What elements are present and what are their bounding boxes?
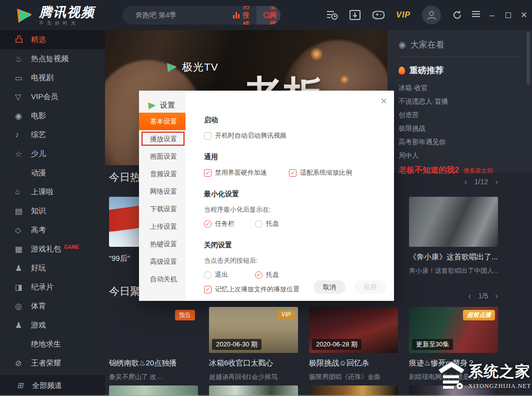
video-thumbnail: VIP 2020-06-30 期 xyxy=(209,307,298,353)
game-center-icon[interactable] xyxy=(372,10,385,21)
chevron-left-icon[interactable]: ‹ xyxy=(468,291,472,300)
setting-control[interactable]: ✓ 适配系统缩放比例 xyxy=(289,168,374,177)
settings-tab[interactable]: 自动关机 xyxy=(139,270,186,288)
vip-label[interactable]: VIP xyxy=(396,11,410,20)
settings-tab[interactable]: 播放设置 xyxy=(139,130,186,148)
settings-tab[interactable]: 下载设置 xyxy=(139,200,186,218)
chevron-left-icon[interactable]: ‹ xyxy=(464,177,468,186)
sidebar-item-label: 游戏 xyxy=(31,320,46,330)
maximize-button[interactable] xyxy=(500,10,516,21)
sidebar-item-icon: ♪ xyxy=(15,130,31,139)
recommend-item[interactable]: 不说谎恋人·首播 xyxy=(398,95,521,108)
setting-control[interactable]: ✓ 托盘 xyxy=(255,219,306,228)
sidebar-item[interactable]: ◇ 高考 xyxy=(0,220,105,239)
search-input[interactable] xyxy=(122,12,226,20)
sidebar-item[interactable]: ♪ 综艺 xyxy=(0,125,105,144)
sidebar-item[interactable]: 动漫 xyxy=(0,163,105,182)
video-thumbnail[interactable] xyxy=(409,385,498,396)
settings-section-heading: 通用 xyxy=(204,153,394,162)
settings-tab[interactable]: 网络设置 xyxy=(139,183,186,200)
episode-label: 更新至30集 xyxy=(412,339,453,350)
sidebar-item-label: 上课啦 xyxy=(31,187,54,197)
cancel-button[interactable]: 取消 xyxy=(314,280,346,294)
setting-control[interactable]: ✓ 禁用界面硬件加速 xyxy=(204,168,289,177)
sidebar-item-label: 电视剧 xyxy=(31,73,54,83)
settings-tab[interactable]: 上传设置 xyxy=(139,218,186,235)
settings-section-heading: 启动 xyxy=(204,116,394,125)
control-state-icon: ✓ xyxy=(204,271,212,279)
scrollbar[interactable] xyxy=(526,30,530,396)
sidebar-item-all-channels[interactable]: ⊞ 全部频道 xyxy=(0,374,105,396)
recommend-item[interactable]: 创造营 xyxy=(398,108,521,122)
sidebar-item[interactable]: ⌂ 上课啦 xyxy=(0,182,105,201)
chevron-right-icon[interactable]: › xyxy=(495,177,498,186)
settings-tab[interactable]: 热键设置 xyxy=(139,235,186,253)
close-button[interactable]: × xyxy=(516,9,532,22)
settings-tab[interactable]: 音频设置 xyxy=(139,165,186,183)
settings-tab[interactable]: 高级设置 xyxy=(139,253,186,270)
sidebar-item[interactable]: ♟ 好玩 xyxy=(0,258,105,277)
sidebar-item-label: 绝地求生 xyxy=(31,339,61,349)
video-card-subtitle: 极限男团唱《还珠》金曲 xyxy=(309,372,398,381)
video-thumbnail[interactable] xyxy=(109,385,198,396)
sidebar-item[interactable]: ▭ 电视剧 xyxy=(0,68,105,87)
sidebar-item[interactable]: 凸 精选 xyxy=(0,30,105,49)
hot-search-button[interactable]: 热搜榜 xyxy=(226,6,256,25)
settings-section-heading: 最小化设置 xyxy=(204,190,394,199)
sidebar-item-icon: ▤ xyxy=(15,206,31,216)
video-thumbnail[interactable] xyxy=(209,385,298,396)
sidebar-item[interactable]: ☆ 少儿 xyxy=(0,144,105,163)
sidebar-item[interactable]: ◎ 体育 xyxy=(0,296,105,315)
sidebar-item[interactable]: ▦ 游戏礼包 GAME xyxy=(0,239,105,258)
sidebar-item[interactable]: ◉ 电影 xyxy=(0,106,105,125)
sidebar-item[interactable]: ▽ VIP会员 xyxy=(0,87,105,106)
app-tagline: 不负好时光 xyxy=(39,20,95,27)
control-state-icon: ✓ xyxy=(255,271,262,279)
apply-button[interactable]: 应用 xyxy=(354,280,386,294)
video-thumbnail[interactable] xyxy=(309,385,398,396)
setting-control[interactable]: ✓ 任务栏 xyxy=(204,219,255,228)
sidebar-item[interactable]: ♟ 游戏 xyxy=(0,315,105,334)
sidebar-item[interactable]: ♨ 热点短视频 xyxy=(0,49,105,68)
menu-icon[interactable] xyxy=(468,10,484,21)
search-bar[interactable]: 热搜榜 全网搜 xyxy=(122,6,280,25)
settings-tab-column: 设置 基本设置播放设置画面设置音频设置网络设置下载设置上传设置热键设置高级设置自… xyxy=(139,91,186,301)
sidebar-item[interactable]: 绝地求生 xyxy=(0,334,105,353)
chevron-right-icon[interactable]: › xyxy=(495,291,498,300)
refresh-icon[interactable] xyxy=(452,10,462,20)
sidebar-item[interactable]: ◨ 纪录片 xyxy=(0,277,105,296)
sidebar-item[interactable]: ▤ 知识 xyxy=(0,201,105,220)
setting-control[interactable]: ✓ 开机时自动启动腾讯视频 xyxy=(204,131,394,140)
recommend-item[interactable]: 极限挑战 xyxy=(398,122,521,135)
video-card[interactable]: 《奔小康》这首歌唱出了... 奔小康！这首歌唱出了中国人... xyxy=(409,197,498,275)
avatar[interactable] xyxy=(422,6,441,25)
app-logo[interactable]: 腾讯视频 不负好时光 xyxy=(14,5,95,27)
video-card[interactable]: VIP 2020-06-30 期 冰箱6收官口太戳心 超越谈再回创1会少挨骂 xyxy=(209,307,298,381)
pagination: ‹ 1/5 › xyxy=(468,291,498,300)
video-card[interactable]: 预告 锦绣南歌♨20点独播 秦昊不爬山了 改… xyxy=(109,307,198,381)
page-indicator: 1/12 xyxy=(474,178,488,186)
recommend-item[interactable]: 高考那年遇见你 xyxy=(398,135,521,149)
setting-control[interactable]: ✓ 托盘 xyxy=(255,270,306,279)
game-badge: GAME xyxy=(64,244,79,250)
setting-control[interactable]: ✓ 退出 xyxy=(204,270,255,279)
video-card-title: 极限挑战☺回忆杀 xyxy=(309,358,398,368)
corner-badge: 预告 xyxy=(175,310,195,320)
recommend-item[interactable]: 冰箱·收官 xyxy=(398,81,521,95)
sidebar-item-icon: ▭ xyxy=(15,73,31,83)
settings-dialog: 设置 基本设置播放设置画面设置音频设置网络设置下载设置上传设置热键设置高级设置自… xyxy=(139,91,394,301)
video-card[interactable]: 超前点播 更新至30集 痕迹♨惨死or替身？ 剧组现电网杀人 谁是凶手 xyxy=(409,307,498,381)
sidebar: 凸 精选 ♨ 热点短视频 ▭ 电视剧 ▽ VIP会员 ◉ 电影 ♪ xyxy=(0,30,105,396)
download-icon[interactable] xyxy=(349,10,361,21)
recommend-item-highlight[interactable]: 老板不知道的我2 佛系星女郎 xyxy=(398,165,521,176)
settings-tab[interactable]: 画面设置 xyxy=(139,148,186,165)
settings-tab[interactable]: 基本设置 xyxy=(139,113,186,130)
recommend-item[interactable]: 局中人 xyxy=(398,149,521,162)
video-card[interactable]: 2020-06-28 期 极限挑战☺回忆杀 极限男团唱《还珠》金曲 xyxy=(309,307,398,381)
sidebar-item[interactable]: ⊘ 王者荣耀 xyxy=(0,353,105,372)
video-thumbnail: 超前点播 更新至30集 xyxy=(409,307,498,353)
history-icon[interactable] xyxy=(326,10,338,21)
scrollbar-thumb[interactable] xyxy=(526,32,530,85)
minimize-button[interactable]: – xyxy=(484,10,500,21)
search-all-button[interactable]: 全网搜 xyxy=(256,6,280,25)
